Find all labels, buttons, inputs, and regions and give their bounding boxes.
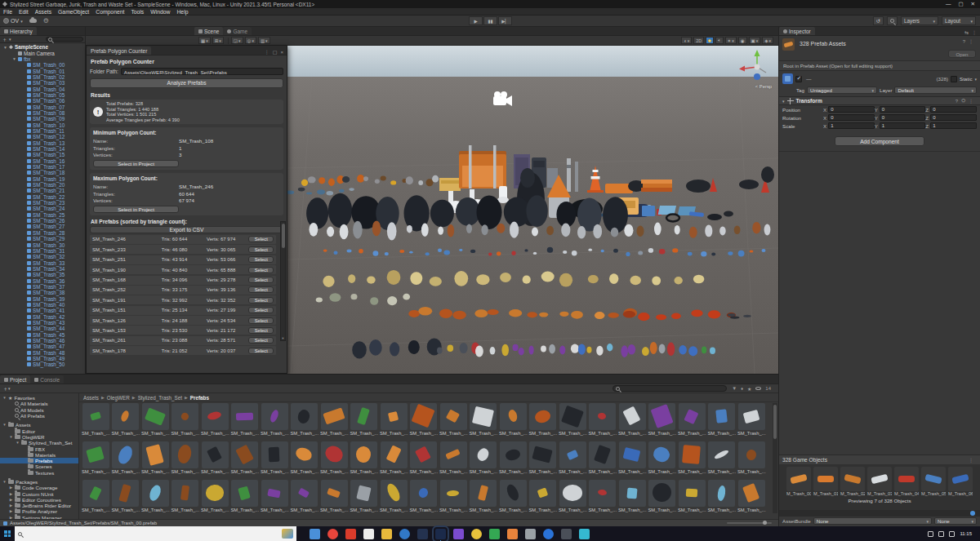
layout-dropdown[interactable]: Layout▾ xyxy=(942,16,976,25)
taskbar-app-icon[interactable] xyxy=(327,529,338,539)
taskbar-app-icon[interactable] xyxy=(345,529,356,539)
asset-item[interactable]: SM_Trash_... xyxy=(469,403,499,441)
hierarchy-item[interactable]: SM_Trash_45 xyxy=(0,332,85,338)
asset-item[interactable]: SM_Trash_... xyxy=(469,480,499,514)
menu-assets[interactable]: Assets xyxy=(32,9,55,15)
assetbundle-variant-dropdown[interactable]: None▾ xyxy=(934,517,977,525)
scene-visibility-toggle[interactable]: ◉ xyxy=(738,37,747,44)
hierarchy-item[interactable]: SM_Trash_02 xyxy=(0,74,85,80)
axis-input[interactable]: 0 xyxy=(930,106,977,113)
lighting-toggle[interactable] xyxy=(706,37,714,44)
paint-bucket-icon[interactable] xyxy=(970,511,975,516)
asset-item[interactable]: SM_Trash_... xyxy=(439,480,469,514)
project-tree-item-editor-coroutines[interactable]: ▶Editor Coroutines xyxy=(0,497,78,503)
cloud-icon[interactable] xyxy=(29,19,37,23)
hierarchy-item[interactable]: SM_Trash_25 xyxy=(0,212,85,218)
asset-item[interactable]: SM_Trash_... xyxy=(737,403,767,441)
hierarchy-item[interactable]: SM_Trash_05 xyxy=(0,92,85,98)
preview-thumbnail[interactable]: M_Trash_04 xyxy=(894,467,919,496)
tag-dropdown[interactable]: Untagged▾ xyxy=(807,86,877,94)
perspective-label[interactable]: < Persp xyxy=(755,84,772,89)
axis-input[interactable]: 0 xyxy=(880,114,926,121)
project-tree-item-all-models[interactable]: All Models xyxy=(0,407,78,413)
taskbar-app-icon[interactable] xyxy=(417,529,428,539)
hierarchy-item[interactable]: SM_Trash_09 xyxy=(0,116,85,122)
project-tree-item-jetbrains-rider-editor[interactable]: ▶JetBrains Rider Editor xyxy=(0,503,78,508)
hierarchy-item[interactable]: SM_Trash_14 xyxy=(0,146,85,152)
asset-item[interactable]: SM_Trash_... xyxy=(498,403,528,441)
play-button[interactable]: ▶ xyxy=(469,16,483,25)
start-button[interactable] xyxy=(0,526,15,541)
help-icon[interactable]: ? xyxy=(963,39,965,44)
asset-item[interactable]: SM_Trash_... xyxy=(260,403,290,441)
asset-item[interactable]: SM_Trash_... xyxy=(171,441,201,480)
project-tree-item-scenes[interactable]: Scenes xyxy=(0,463,78,469)
select-button[interactable]: Select xyxy=(248,307,274,313)
foldout-arrow-icon[interactable]: ▼ xyxy=(2,423,7,427)
tab-scene[interactable]: Scene xyxy=(194,27,223,35)
asset-item[interactable]: SM_Trash_... xyxy=(350,403,380,441)
hierarchy-item[interactable]: SM_Trash_29 xyxy=(0,236,85,242)
hierarchy-item[interactable]: SM_Trash_48 xyxy=(0,350,85,356)
project-tree-item-profile-analyzer[interactable]: ▶Profile Analyzer xyxy=(0,508,78,514)
asset-item[interactable]: SM_Trash_... xyxy=(319,480,350,514)
2d-toggle[interactable]: 2D xyxy=(693,37,704,44)
tray-icon[interactable] xyxy=(928,531,933,537)
window-close-icon[interactable]: × xyxy=(280,50,283,55)
asset-item[interactable]: SM_Trash_... xyxy=(648,441,678,480)
asset-item[interactable]: SM_Trash_... xyxy=(737,480,767,514)
foldout-arrow-icon[interactable]: ▾ xyxy=(782,99,785,104)
select-in-project-button[interactable]: Select in Project xyxy=(93,206,179,213)
asset-item[interactable]: SM_Trash_... xyxy=(558,441,588,480)
draw-mode-dropdown[interactable]: ◐▾ xyxy=(681,37,692,44)
hierarchy-item-fbx[interactable]: ▼fbx xyxy=(0,56,85,62)
rotation-dropdown[interactable]: ◎▾ xyxy=(245,37,256,44)
hierarchy-item[interactable]: SM_Trash_19 xyxy=(0,176,85,182)
asset-item[interactable]: SM_Trash_... xyxy=(648,403,678,441)
taskbar-clock[interactable]: 11:15 xyxy=(960,531,972,536)
menu-edit[interactable]: Edit xyxy=(16,9,32,15)
foldout-arrow-icon[interactable]: ▶ xyxy=(9,503,13,508)
select-button[interactable]: Select xyxy=(248,337,274,344)
project-tree-item-custom-nunit[interactable]: ▶Custom NUnit xyxy=(0,490,78,496)
preview-thumbnail[interactable]: M_Trash_00 xyxy=(786,467,811,496)
axis-input[interactable]: 0 xyxy=(880,106,926,113)
asset-item[interactable]: SM_Trash_... xyxy=(737,441,767,480)
hierarchy-item[interactable]: SM_Trash_11 xyxy=(0,128,85,134)
asset-item[interactable]: SM_Trash_... xyxy=(111,441,141,480)
project-tree-item-favorites[interactable]: ▼★Favorites xyxy=(0,395,78,401)
asset-item[interactable]: SM_Trash_... xyxy=(558,480,588,514)
tab-prefab-polygon-counter[interactable]: Prefab Polygon Counter xyxy=(87,47,151,55)
asset-item[interactable]: SM_Trash_... xyxy=(319,403,350,441)
chevron-down-icon[interactable]: ▾ xyxy=(974,77,977,82)
asset-item[interactable]: SM_Trash_... xyxy=(260,480,290,514)
taskbar-app-icon[interactable] xyxy=(489,529,500,539)
select-in-project-button[interactable]: Select in Project xyxy=(93,160,179,167)
help-icon[interactable]: ? xyxy=(956,99,958,104)
save-search-icon[interactable]: ★ xyxy=(747,386,751,392)
preview-thumbnail[interactable]: M_Trash_01 xyxy=(813,467,838,496)
create-button[interactable]: ＋ xyxy=(2,386,8,392)
foldout-arrow-icon[interactable]: ▶ xyxy=(9,486,13,490)
tool-settings-dropdown[interactable]: ▦▾ xyxy=(198,37,211,44)
asset-item[interactable]: SM_Trash_... xyxy=(111,403,141,441)
asset-item[interactable]: SM_Trash_... xyxy=(111,480,141,514)
hierarchy-item-main-camera[interactable]: Main Camera xyxy=(0,50,85,55)
axis-input[interactable]: 1 xyxy=(880,122,926,129)
select-button[interactable]: Select xyxy=(248,348,274,354)
foldout-arrow-icon[interactable]: ▼ xyxy=(12,56,16,61)
hierarchy-search-input[interactable] xyxy=(46,37,83,42)
asset-item[interactable]: SM_Trash_... xyxy=(707,403,737,441)
taskbar-app-icon[interactable] xyxy=(310,529,320,539)
project-tree-item-packages[interactable]: ▼Packages xyxy=(0,479,78,485)
asset-item[interactable]: SM_Trash_... xyxy=(230,480,261,514)
asset-item[interactable]: SM_Trash_... xyxy=(528,441,559,480)
export-csv-button[interactable]: Export to CSV xyxy=(90,226,283,233)
preview-thumbnail[interactable]: M_Trash_06 xyxy=(948,467,973,496)
hierarchy-item[interactable]: SM_Trash_03 xyxy=(0,80,85,86)
menu-icon[interactable]: ⋮ xyxy=(969,98,973,104)
snap-dropdown[interactable]: ▥▾ xyxy=(258,37,270,44)
asset-item[interactable]: SM_Trash_... xyxy=(379,480,409,514)
hierarchy-item[interactable]: SM_Trash_39 xyxy=(0,295,85,301)
hierarchy-item[interactable]: SM_Trash_15 xyxy=(0,152,85,157)
